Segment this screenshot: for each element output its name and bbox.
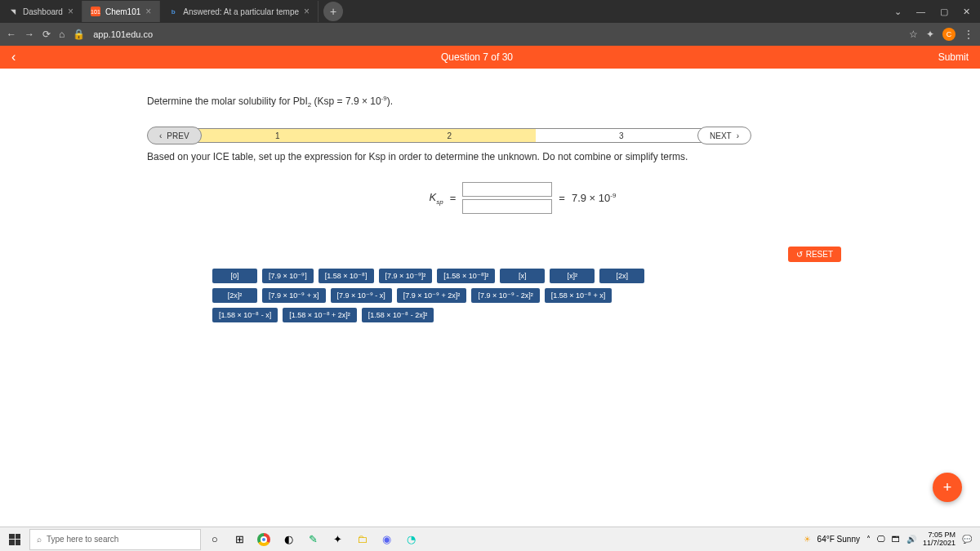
- sound-icon[interactable]: 🔊: [906, 535, 916, 544]
- search-placeholder: Type here to search: [47, 535, 118, 544]
- close-icon[interactable]: ×: [304, 6, 310, 17]
- extension-c-icon[interactable]: C: [942, 28, 956, 41]
- chem101-icon: 101: [91, 7, 100, 16]
- back-icon[interactable]: ←: [7, 29, 16, 40]
- tile[interactable]: [x]: [500, 269, 545, 283]
- battery-icon[interactable]: 🗔: [892, 535, 900, 544]
- question-prompt: Determine the molar solubility for PbI2 …: [147, 95, 898, 109]
- content-area: Determine the molar solubility for PbI2 …: [0, 69, 980, 322]
- clock[interactable]: 7:05 PM 11/7/2021: [923, 531, 956, 548]
- weather-text[interactable]: 64°F Sunny: [817, 535, 860, 544]
- drop-box-2[interactable]: [462, 199, 552, 214]
- discord-icon[interactable]: ◉: [376, 529, 397, 550]
- tab-dashboard[interactable]: ◥ Dashboard ×: [0, 1, 82, 22]
- windows-icon: [9, 534, 20, 545]
- reload-icon[interactable]: ⟳: [42, 29, 51, 40]
- lock-icon: 🔒: [73, 29, 85, 40]
- tile[interactable]: [7.9 × 10⁻⁹ + x]: [262, 288, 326, 303]
- tile[interactable]: [7.9 × 10⁻⁹]: [262, 269, 314, 283]
- cortana-icon[interactable]: ○: [204, 529, 225, 550]
- task-view-icon[interactable]: ⊞: [229, 529, 250, 550]
- taskbar-search[interactable]: ⌕ Type here to search: [29, 529, 201, 550]
- chevron-left-icon: ‹: [159, 131, 162, 140]
- reset-button[interactable]: ↺ RESET: [788, 247, 841, 262]
- bartleby-icon: ◥: [8, 7, 18, 16]
- tile[interactable]: [2x]: [599, 269, 644, 283]
- start-button[interactable]: [3, 528, 26, 551]
- menu-icon[interactable]: ⋮: [964, 29, 973, 40]
- ksp-label: Ksp: [430, 191, 443, 206]
- url-bar: ← → ⟳ ⌂ 🔒 app.101edu.co ☆ ✦ C ⋮: [0, 23, 980, 46]
- close-icon[interactable]: ×: [68, 6, 74, 17]
- tile[interactable]: [2x]²: [212, 288, 257, 303]
- tile[interactable]: [1.58 × 10⁻⁸]: [318, 269, 374, 283]
- tile[interactable]: [1.58 × 10⁻⁸]²: [437, 269, 495, 283]
- step-navigator: ‹ PREV 1 2 3 NEXT ›: [147, 127, 751, 144]
- star-icon[interactable]: ☆: [909, 29, 918, 40]
- home-icon[interactable]: ⌂: [59, 29, 65, 40]
- step-3[interactable]: 3: [536, 128, 707, 143]
- tab-label: Chem101: [105, 7, 140, 16]
- tile[interactable]: [1.58 × 10⁻⁸ - x]: [212, 308, 278, 322]
- drop-box-1[interactable]: [462, 182, 552, 197]
- tile[interactable]: [1.58 × 10⁻⁸ + 2x]²: [283, 308, 357, 322]
- step-2[interactable]: 2: [363, 128, 535, 143]
- tile[interactable]: [7.9 × 10⁻⁹ + 2x]²: [397, 288, 467, 303]
- window-controls: ⌄ — ▢ ✕: [894, 7, 980, 17]
- tile[interactable]: [7.9 × 10⁻⁹]²: [379, 269, 433, 283]
- weather-icon: ☀: [804, 535, 811, 544]
- chevron-right-icon: ›: [737, 131, 739, 140]
- minimize-icon[interactable]: —: [916, 7, 925, 17]
- next-button[interactable]: NEXT ›: [697, 127, 751, 144]
- drop-targets: [462, 182, 552, 214]
- maximize-icon[interactable]: ▢: [940, 7, 948, 17]
- bartleby-icon: b: [168, 7, 178, 16]
- app-icon[interactable]: ◐: [278, 529, 299, 550]
- edge-icon[interactable]: ◔: [400, 529, 421, 550]
- forward-icon[interactable]: →: [24, 29, 34, 40]
- extension-icon[interactable]: ✦: [926, 29, 934, 40]
- tab-label: Dashboard: [23, 7, 63, 16]
- equals-sign: =: [450, 192, 457, 204]
- chevron-down-icon[interactable]: ⌄: [894, 7, 902, 17]
- step-1[interactable]: 1: [192, 128, 363, 143]
- equals-sign: =: [559, 192, 565, 204]
- system-tray: ☀ 64°F Sunny ˄ 🖵 🗔 🔊 7:05 PM 11/7/2021 💬: [804, 531, 977, 548]
- tile[interactable]: [x]²: [550, 269, 595, 283]
- close-icon[interactable]: ×: [145, 6, 151, 17]
- undo-icon: ↺: [796, 250, 803, 259]
- tab-label: Answered: At a particular tempe: [183, 7, 299, 16]
- tab-chem101[interactable]: 101 Chem101 ×: [82, 1, 160, 22]
- add-fab[interactable]: +: [933, 473, 962, 502]
- submit-button[interactable]: Submit: [938, 51, 969, 63]
- close-icon[interactable]: ✕: [963, 7, 970, 17]
- search-icon: ⌕: [37, 535, 42, 544]
- tile[interactable]: [1.58 × 10⁻⁸ + x]: [545, 288, 612, 303]
- chrome-app-icon[interactable]: [253, 529, 274, 550]
- back-chevron-icon[interactable]: ‹: [11, 50, 16, 64]
- tile[interactable]: [0]: [212, 269, 257, 283]
- tile[interactable]: [1.58 × 10⁻⁸ - 2x]²: [362, 308, 434, 322]
- app-icon[interactable]: ✦: [327, 529, 348, 550]
- new-tab-button[interactable]: +: [323, 2, 343, 21]
- tab-answered[interactable]: b Answered: At a particular tempe ×: [160, 1, 318, 22]
- notifications-icon[interactable]: 💬: [962, 535, 972, 544]
- question-header: ‹ Question 7 of 30 Submit: [0, 46, 980, 69]
- display-icon[interactable]: 🖵: [877, 535, 885, 544]
- equation-row: Ksp = = 7.9 × 10-9: [147, 182, 898, 214]
- taskbar: ⌕ Type here to search ○ ⊞ ◐ ✎ ✦ 🗀 ◉ ◔ ☀ …: [0, 527, 980, 551]
- reset-row: ↺ RESET: [147, 247, 898, 262]
- tile[interactable]: [7.9 × 10⁻⁹ - x]: [331, 288, 392, 303]
- app-icon[interactable]: ✎: [302, 529, 323, 550]
- prev-button[interactable]: ‹ PREV: [147, 127, 202, 144]
- question-counter: Question 7 of 30: [27, 51, 926, 63]
- ksp-value: 7.9 × 10-9: [572, 192, 616, 204]
- answer-tiles: [0] [7.9 × 10⁻⁹] [1.58 × 10⁻⁸] [7.9 × 10…: [147, 269, 670, 322]
- step-pills: 1 2 3: [192, 128, 707, 143]
- file-explorer-icon[interactable]: 🗀: [351, 529, 372, 550]
- tray-chevron-icon[interactable]: ˄: [866, 535, 871, 544]
- tile[interactable]: [7.9 × 10⁻⁹ - 2x]²: [471, 288, 539, 303]
- step-instruction: Based on your ICE table, set up the expr…: [147, 151, 898, 162]
- url-text[interactable]: app.101edu.co: [93, 29, 901, 39]
- browser-titlebar: ◥ Dashboard × 101 Chem101 × b Answered: …: [0, 0, 980, 23]
